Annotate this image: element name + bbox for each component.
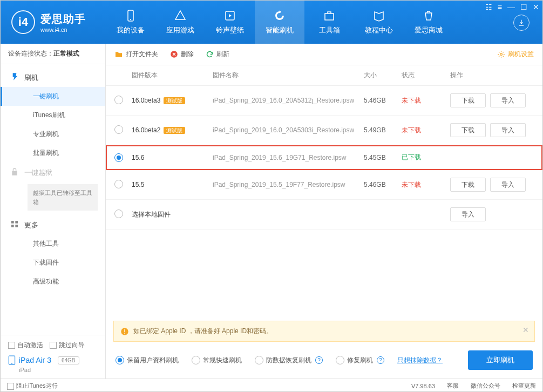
lock-icon [10,167,19,176]
delete-button[interactable]: 删除 [170,50,194,59]
opt-repair[interactable]: 修复刷机? [336,356,384,365]
nav-tab[interactable]: 应用游戏 [155,1,205,44]
list-icon[interactable]: ≡ [498,3,502,11]
check-update-link[interactable]: 检查更新 [512,382,536,390]
help-icon[interactable]: ? [315,356,323,364]
download-button[interactable]: 下载 [450,178,486,192]
download-indicator-icon[interactable] [513,15,530,31]
flash-now-button[interactable]: 立即刷机 [468,350,533,370]
nav-icon [323,9,336,22]
sidebar-item-oneclick[interactable]: 一键刷机 [1,87,105,106]
table-row[interactable]: 15.5 iPad_Spring_2019_15.5_19F77_Restore… [106,170,542,200]
close-warning-icon[interactable]: ✕ [522,326,529,334]
row-radio[interactable] [114,125,123,134]
row-radio[interactable] [114,180,123,188]
app-header: i4 爱思助手 www.i4.cn 我的设备应用游戏铃声壁纸智能刷机工具箱教程中… [1,1,542,44]
col-ops: 操作 [450,71,534,80]
nav-icon [223,9,236,22]
firmware-size: 5.46GB [364,181,402,188]
col-size: 大小 [364,71,402,80]
row-radio[interactable] [114,96,123,104]
sidebar-item-itunes[interactable]: iTunes刷机 [1,106,105,125]
app-url: www.i4.cn [40,26,86,33]
opt-keep-data[interactable]: 保留用户资料刷机 [116,356,179,365]
sidebar: 设备连接状态：正常模式 刷机 一键刷机 iTunes刷机 专业刷机 批量刷机 一… [1,44,106,379]
table-row[interactable]: 15.6 iPad_Spring_2019_15.6_19G71_Restore… [106,145,542,170]
svg-rect-7 [15,225,18,227]
window-controls: ☷ ≡ — ☐ ✕ [485,3,539,11]
nav-icon [422,9,435,22]
nav-tab[interactable]: 铃声壁纸 [205,1,255,44]
flash-settings-button[interactable]: 刷机设置 [497,50,534,59]
device-status: 设备连接状态：正常模式 [1,44,105,64]
maximize-icon[interactable]: ☐ [520,3,527,11]
table-row[interactable]: 16.0beta2测试版 iPad_Spring_2019_16.0_20A53… [106,116,542,145]
folder-icon [114,50,123,59]
sidebar-group-more[interactable]: 更多 [1,215,105,234]
sidebar-item-othertools[interactable]: 其他工具 [1,234,105,253]
sidebar-item-pro[interactable]: 专业刷机 [1,125,105,144]
svg-rect-5 [15,221,18,224]
menu-icon[interactable]: ☷ [485,3,492,11]
close-icon[interactable]: ✕ [533,3,539,11]
status-value: 正常模式 [53,50,79,57]
version-text: 16.0beta3 [132,97,160,104]
import-button[interactable]: 导入 [490,93,526,107]
opt-antirecover[interactable]: 防数据恢复刷机? [255,356,323,365]
nav-icon [372,9,385,22]
support-link[interactable]: 客服 [447,382,459,390]
local-firmware-label: 选择本地固件 [132,210,213,219]
status-label: 设备连接状态： [8,50,53,57]
table-row[interactable]: 16.0beta3测试版 iPad_Spring_2019_16.0_20A53… [106,86,542,116]
download-status: 已下载 [402,153,450,162]
svg-rect-4 [11,221,14,224]
wechat-link[interactable]: 微信公众号 [471,382,500,390]
open-folder-button[interactable]: 打开文件夹 [114,50,158,59]
sidebar-item-downloadfw[interactable]: 下载固件 [1,253,105,272]
refresh-button[interactable]: 刷新 [206,50,229,59]
erase-link[interactable]: 只想抹除数据？ [397,356,443,365]
nav-tab[interactable]: 智能刷机 [255,1,304,44]
import-button[interactable]: 导入 [490,178,526,192]
sidebar-item-advanced[interactable]: 高级功能 [1,272,105,291]
action-bar: 保留用户资料刷机 常规快速刷机 防数据恢复刷机? 修复刷机? 只想抹除数据？ 立… [106,342,542,379]
version-text: 15.6 [132,154,144,161]
table-header: 固件版本 固件名称 大小 状态 操作 [106,65,542,86]
refresh-icon [206,50,214,58]
status-bar: 阻止iTunes运行 V7.98.63 客服 微信公众号 检查更新 [1,379,542,392]
row-radio[interactable] [114,209,123,218]
app-title: 爱思助手 [40,12,86,26]
sidebar-group-flash[interactable]: 刷机 [1,67,105,87]
nav-tab[interactable]: 爱思商城 [404,1,453,44]
main-panel: 打开文件夹 删除 刷新 刷机设置 固件版本 固件名称 大小 状态 操作 [106,44,542,379]
device-name[interactable]: iPad Air 3 64GB [8,355,98,365]
help-icon[interactable]: ? [377,356,384,364]
nav-tab[interactable]: 工具箱 [304,1,354,44]
col-status: 状态 [402,71,450,80]
svg-point-9 [11,363,12,364]
table-row-local[interactable]: 选择本地固件 导入 [106,200,542,229]
nav-icon [174,9,187,22]
firmware-size: 5.45GB [364,154,402,161]
logo-icon: i4 [11,10,35,34]
version-text: 16.0beta2 [132,126,160,134]
firmware-name: iPad_Spring_2019_16.0_20A5312j_Restore.i… [213,97,364,104]
firmware-size: 5.49GB [364,126,402,134]
row-radio[interactable] [114,153,123,162]
download-status: 未下载 [402,180,450,190]
download-button[interactable]: 下载 [450,93,486,107]
import-button[interactable]: 导入 [490,123,526,137]
toolbar: 打开文件夹 删除 刷新 刷机设置 [106,44,542,65]
svg-point-11 [500,53,503,56]
skip-guide-checkbox[interactable]: 跳过向导 [50,341,85,350]
block-itunes-checkbox[interactable]: 阻止iTunes运行 [7,382,58,390]
import-button[interactable]: 导入 [450,207,486,221]
sidebar-item-batch[interactable]: 批量刷机 [1,144,105,163]
auto-activate-checkbox[interactable]: 自动激活 [8,341,43,350]
nav-icon [273,9,286,22]
nav-tab[interactable]: 我的设备 [106,1,155,44]
opt-normal[interactable]: 常规快速刷机 [192,356,242,365]
minimize-icon[interactable]: — [507,3,515,11]
download-button[interactable]: 下载 [450,123,486,137]
nav-tab[interactable]: 教程中心 [354,1,404,44]
